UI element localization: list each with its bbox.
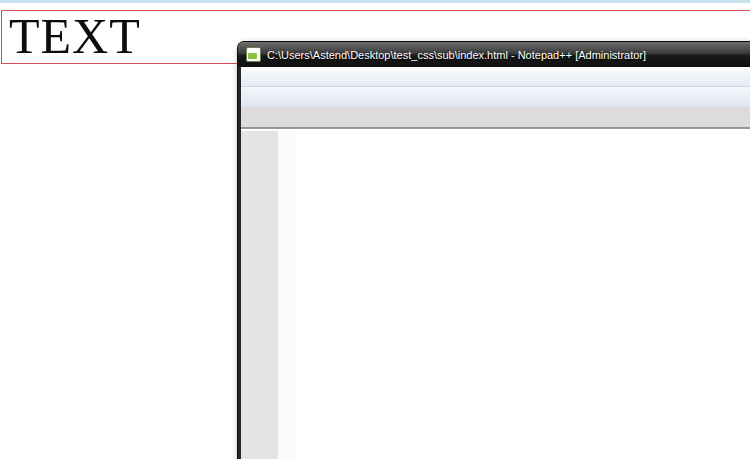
- code-area[interactable]: [296, 131, 750, 459]
- tab-bar: [241, 107, 750, 128]
- notepadpp-window: C:\Users\Astend\Desktop\test_css\sub\ind…: [238, 42, 750, 459]
- window-client-area: [241, 67, 750, 459]
- fold-margin: [278, 131, 296, 459]
- toolbar: [241, 87, 750, 107]
- browser-edge-strip: [0, 0, 750, 3]
- menu-bar: [241, 67, 750, 87]
- window-title: C:\Users\Astend\Desktop\test_css\sub\ind…: [267, 49, 646, 61]
- code-editor[interactable]: [241, 128, 750, 459]
- window-titlebar[interactable]: C:\Users\Astend\Desktop\test_css\sub\ind…: [238, 42, 750, 67]
- line-number-gutter: [241, 131, 278, 459]
- notepadpp-app-icon: [246, 47, 261, 62]
